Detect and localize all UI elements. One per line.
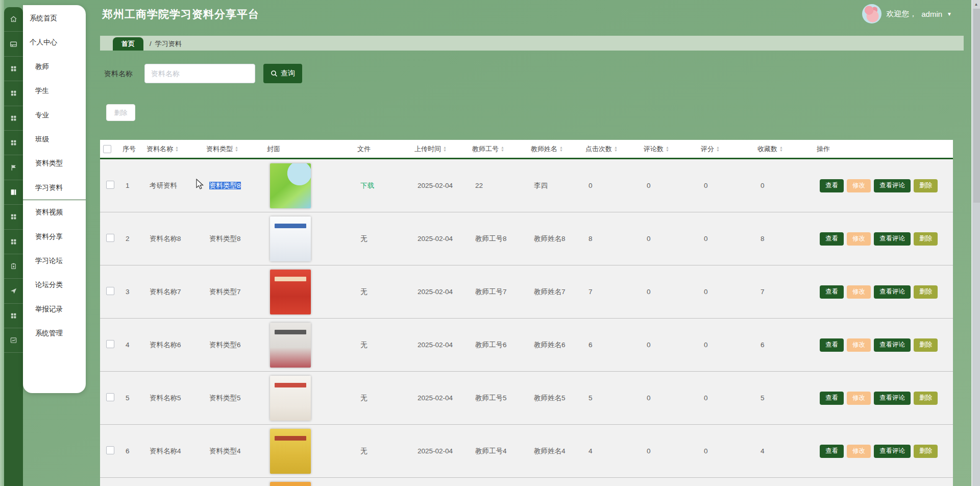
scrollbar-up-arrow-icon[interactable]: ▲ — [972, 0, 980, 9]
sidebar-item-system-manage[interactable]: 系统管理 — [23, 321, 86, 345]
sidebar-item-material-video[interactable]: 资料视频 — [23, 200, 86, 224]
home-icon[interactable] — [4, 7, 23, 32]
grid-icon[interactable] — [4, 205, 23, 229]
view-button[interactable]: 查看 — [820, 445, 844, 458]
username: admin — [921, 10, 942, 18]
view-button[interactable]: 查看 — [820, 285, 844, 299]
sidebar-item-report-record[interactable]: 举报记录 — [23, 297, 86, 321]
view-button[interactable]: 查看 — [820, 232, 844, 246]
column-header: 评分▲▼ — [701, 144, 757, 154]
delete-button[interactable]: 删除 — [914, 392, 938, 405]
vertical-scrollbar[interactable]: ▲ — [971, 0, 980, 486]
grid-icon[interactable] — [4, 106, 23, 131]
teacher-id: 教师工号8 — [475, 235, 507, 242]
cover-image — [270, 376, 311, 421]
delete-button[interactable]: 删除 — [914, 338, 938, 352]
grid-icon[interactable] — [4, 131, 23, 155]
view-button[interactable]: 查看 — [820, 338, 844, 352]
delete-button[interactable]: 删除 — [914, 232, 938, 246]
avatar[interactable] — [862, 4, 881, 23]
sort-icon[interactable]: ▲▼ — [666, 146, 669, 152]
delete-button[interactable]: 删除 — [914, 179, 938, 192]
row-seq: 4 — [126, 341, 130, 349]
grid-icon[interactable] — [4, 81, 23, 106]
delete-button[interactable]: 删除 — [914, 445, 938, 458]
edit-button[interactable]: 修改 — [847, 179, 871, 192]
book-icon[interactable] — [4, 180, 23, 205]
view-button[interactable]: 查看 — [820, 392, 844, 405]
sidebar-item-system-home[interactable]: 系统首页 — [23, 6, 86, 30]
sidebar-item-student[interactable]: 学生 — [23, 79, 86, 103]
material-type: 资料类型8 — [209, 235, 241, 242]
table-row: 1考研资料资料类型8下载2025-02-0422李四0000查看修改查看评论删除 — [100, 159, 953, 212]
view-comments-button[interactable]: 查看评论 — [874, 338, 911, 352]
sort-icon[interactable]: ▲▼ — [716, 146, 720, 152]
sort-icon[interactable]: ▲▼ — [779, 146, 783, 152]
edit-button[interactable]: 修改 — [847, 338, 871, 352]
row-checkbox[interactable] — [106, 181, 114, 189]
flag-icon[interactable] — [4, 155, 23, 180]
material-name: 考研资料 — [150, 182, 177, 189]
row-checkbox[interactable] — [106, 234, 114, 242]
send-icon[interactable] — [4, 279, 23, 303]
view-comments-button[interactable]: 查看评论 — [874, 179, 911, 192]
click-count: 6 — [589, 341, 593, 349]
column-header-label: 上传时间 — [414, 144, 441, 154]
breadcrumb-home-tab[interactable]: 首页 — [113, 37, 143, 51]
column-header: 封面 — [267, 144, 357, 154]
sidebar-item-material-share[interactable]: 资料分享 — [23, 225, 86, 249]
grid-icon[interactable] — [4, 304, 23, 328]
row-seq: 2 — [126, 235, 130, 242]
user-menu[interactable]: 欢迎您， admin ▼ — [862, 4, 952, 23]
bulk-delete-button[interactable]: 删除 — [106, 104, 135, 121]
view-comments-button[interactable]: 查看评论 — [874, 285, 911, 299]
edit-button[interactable]: 修改 — [847, 285, 871, 299]
download-link[interactable]: 下载 — [360, 182, 374, 189]
select-all-checkbox[interactable] — [103, 145, 111, 153]
search-input[interactable] — [144, 64, 255, 83]
sidebar-item-class[interactable]: 班级 — [23, 127, 86, 151]
delete-button[interactable]: 删除 — [914, 285, 938, 299]
row-checkbox[interactable] — [106, 340, 114, 348]
comment-count: 0 — [647, 235, 651, 242]
sidebar-item-material-type[interactable]: 资料类型 — [23, 151, 86, 175]
sort-icon[interactable]: ▲▼ — [614, 146, 618, 152]
query-button[interactable]: 查询 — [263, 64, 302, 83]
sort-icon[interactable]: ▲▼ — [559, 146, 563, 152]
edit-button[interactable]: 修改 — [847, 232, 871, 246]
chevron-down-icon[interactable]: ▼ — [947, 11, 952, 17]
sidebar-item-study-material[interactable]: 学习资料 — [23, 176, 86, 200]
chart-icon[interactable] — [4, 328, 23, 353]
teacher-name: 教师姓名4 — [534, 447, 566, 455]
sort-icon[interactable]: ▲▼ — [235, 146, 238, 152]
view-comments-button[interactable]: 查看评论 — [874, 392, 911, 405]
edit-button[interactable]: 修改 — [847, 445, 871, 458]
sidebar-item-personal-center[interactable]: 个人中心 — [23, 30, 86, 54]
row-checkbox[interactable] — [106, 393, 114, 401]
grid-icon[interactable] — [4, 57, 23, 81]
sort-icon[interactable]: ▲▼ — [443, 146, 447, 152]
view-comments-button[interactable]: 查看评论 — [874, 445, 911, 458]
sort-icon[interactable]: ▲▼ — [501, 146, 504, 152]
sidebar-item-teacher[interactable]: 教师 — [23, 55, 86, 79]
card-icon[interactable] — [4, 32, 23, 56]
column-header-label: 教师工号 — [472, 144, 499, 154]
view-comments-button[interactable]: 查看评论 — [874, 232, 911, 246]
row-checkbox[interactable] — [106, 446, 114, 454]
comment-count: 0 — [647, 341, 651, 349]
edit-button[interactable]: 修改 — [847, 392, 871, 405]
row-checkbox[interactable] — [106, 287, 114, 295]
view-button[interactable]: 查看 — [820, 179, 844, 192]
grid-icon[interactable] — [4, 230, 23, 254]
sidebar-item-major[interactable]: 专业 — [23, 103, 86, 127]
sort-icon[interactable]: ▲▼ — [175, 146, 179, 152]
sidebar-item-study-forum[interactable]: 学习论坛 — [23, 249, 86, 273]
clipboard-icon[interactable] — [4, 254, 23, 279]
teacher-id: 教师工号5 — [475, 394, 507, 402]
teacher-name: 教师姓名7 — [534, 288, 566, 296]
favorite-count: 8 — [761, 235, 765, 242]
cover-image — [270, 482, 311, 486]
scrollbar-thumb[interactable] — [973, 9, 980, 203]
sidebar-item-forum-category[interactable]: 论坛分类 — [23, 273, 86, 297]
column-header-label: 文件 — [357, 144, 371, 154]
